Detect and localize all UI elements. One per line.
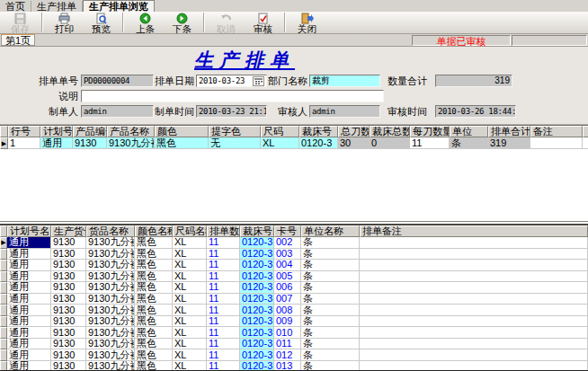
table-cell[interactable]: 黑色: [135, 237, 173, 249]
table-cell[interactable]: 0120-3: [240, 249, 274, 261]
table-cell[interactable]: XL: [173, 349, 207, 361]
table-cell[interactable]: [360, 349, 588, 361]
table-cell[interactable]: 通用: [40, 137, 73, 149]
table-cell[interactable]: 通用: [7, 361, 51, 371]
table-cell[interactable]: 9130九分裤: [86, 305, 135, 316]
table-cell[interactable]: 11: [207, 237, 240, 249]
table-cell[interactable]: 11: [207, 260, 240, 271]
table-cell[interactable]: 无: [209, 137, 261, 149]
table-cell[interactable]: [360, 237, 588, 249]
tab-production-order-browse[interactable]: 生产排单浏览: [83, 0, 155, 12]
table-cell[interactable]: 002: [274, 237, 301, 249]
table-cell[interactable]: 0120-3: [240, 294, 274, 305]
row-selector[interactable]: [0, 339, 7, 350]
table-cell[interactable]: [360, 271, 588, 283]
table-row[interactable]: 通用91309130九分裤黑色XL110120-3010条: [0, 327, 588, 339]
table-row[interactable]: ▶1通用91309130九分裤黑色无XL0120-330011条319: [0, 137, 588, 149]
column-header[interactable]: 裁床号1: [240, 225, 274, 237]
table-cell[interactable]: 黑色: [135, 294, 173, 305]
table-cell[interactable]: 黑色: [135, 361, 173, 371]
table-cell[interactable]: 11: [207, 316, 240, 328]
table-cell[interactable]: 9130九分裤: [86, 339, 135, 350]
table-cell[interactable]: XL: [173, 260, 207, 271]
table-cell[interactable]: 11: [207, 349, 240, 361]
table-cell[interactable]: [360, 282, 588, 294]
table-cell[interactable]: 0: [370, 137, 410, 149]
column-header[interactable]: 裁床号: [299, 126, 338, 137]
table-cell[interactable]: 9130: [51, 271, 86, 283]
row-selector[interactable]: [0, 349, 7, 361]
table-cell[interactable]: [360, 260, 588, 271]
table-cell[interactable]: 11: [207, 305, 240, 316]
table-cell[interactable]: 0120-3: [240, 349, 274, 361]
table-cell[interactable]: 9130九分裤: [86, 349, 135, 361]
column-header[interactable]: 提字色: [209, 126, 261, 137]
table-cell[interactable]: 9130: [51, 237, 86, 249]
table-cell[interactable]: 9130: [51, 316, 86, 328]
table-row[interactable]: 通用91309130九分裤黑色XL110120-3012条: [0, 349, 588, 361]
column-header[interactable]: 行号: [8, 126, 40, 137]
column-header[interactable]: 颜色: [155, 126, 209, 137]
table-cell[interactable]: [360, 361, 588, 371]
audit-button[interactable]: 审核: [245, 12, 281, 33]
next-record-button[interactable]: 下条: [164, 12, 200, 33]
table-cell[interactable]: 通用: [7, 339, 51, 350]
table-cell[interactable]: [360, 305, 588, 316]
table-cell[interactable]: 0120-3: [240, 327, 274, 339]
table-cell[interactable]: 通用: [7, 349, 51, 361]
row-selector[interactable]: [0, 294, 7, 305]
table-cell[interactable]: 008: [274, 305, 301, 316]
column-header[interactable]: 每刀数量: [410, 126, 450, 137]
column-header[interactable]: 排单合计: [488, 126, 530, 137]
table-cell[interactable]: 通用: [7, 305, 51, 316]
column-header[interactable]: 生产货号: [51, 225, 86, 237]
table-cell[interactable]: 11: [207, 249, 240, 261]
table-cell[interactable]: 通用: [7, 260, 51, 271]
table-cell[interactable]: 9130: [73, 137, 107, 149]
table-cell[interactable]: 003: [274, 249, 301, 261]
table-cell[interactable]: 条: [301, 349, 360, 361]
table-cell[interactable]: 0120-3: [240, 305, 274, 316]
table-row[interactable]: 通用91309130九分裤黑色XL110120-3011条: [0, 339, 588, 350]
table-cell[interactable]: 11: [207, 327, 240, 339]
table-cell[interactable]: 9130九分裤: [107, 137, 155, 149]
table-row[interactable]: ▶通用91309130九分裤黑色XL110120-3002条: [0, 237, 588, 249]
table-cell[interactable]: 条: [301, 316, 360, 328]
table-cell[interactable]: 黑色: [135, 249, 173, 261]
table-cell[interactable]: 条: [301, 305, 360, 316]
table-cell[interactable]: 9130: [51, 339, 86, 350]
table-cell[interactable]: 011: [274, 339, 301, 350]
table-row[interactable]: 通用91309130九分裤黑色XL110120-3006条: [0, 282, 588, 294]
table-cell[interactable]: 9130: [51, 327, 86, 339]
print-button[interactable]: 打印: [46, 12, 83, 33]
table-cell[interactable]: 黑色: [135, 282, 173, 294]
table-cell[interactable]: 通用: [7, 316, 51, 328]
table-cell[interactable]: [360, 327, 588, 339]
table-cell[interactable]: 9130九分裤: [86, 361, 135, 371]
table-row[interactable]: 通用91309130九分裤黑色XL110120-3004条: [0, 260, 588, 271]
table-row[interactable]: 通用91309130九分裤黑色XL110120-3013条: [0, 361, 588, 371]
table-cell[interactable]: 9130: [51, 294, 86, 305]
table-cell[interactable]: 黑色: [135, 305, 173, 316]
table-cell[interactable]: 条: [450, 137, 488, 149]
table-cell[interactable]: XL: [173, 327, 207, 339]
row-selector[interactable]: [0, 271, 7, 283]
table-cell[interactable]: 条: [301, 361, 360, 371]
table-cell[interactable]: XL: [173, 249, 207, 261]
column-header[interactable]: 计划号名: [7, 225, 51, 237]
note-field[interactable]: [81, 90, 384, 102]
table-cell[interactable]: 11: [207, 282, 240, 294]
table-cell[interactable]: 11: [410, 137, 450, 149]
column-header[interactable]: 总刀数: [338, 126, 370, 137]
table-cell[interactable]: 9130九分裤: [86, 294, 135, 305]
table-cell[interactable]: [360, 249, 588, 261]
table-cell[interactable]: 0120-3: [240, 339, 274, 350]
table-cell[interactable]: 通用: [7, 237, 51, 249]
table-cell[interactable]: 黑色: [135, 327, 173, 339]
row-selector[interactable]: [0, 260, 7, 271]
table-cell[interactable]: 319: [488, 137, 530, 149]
column-header[interactable]: 计划号: [40, 126, 73, 137]
table-cell[interactable]: 013: [274, 361, 301, 371]
column-header[interactable]: 排单备注: [360, 225, 588, 237]
row-selector[interactable]: [0, 282, 7, 294]
